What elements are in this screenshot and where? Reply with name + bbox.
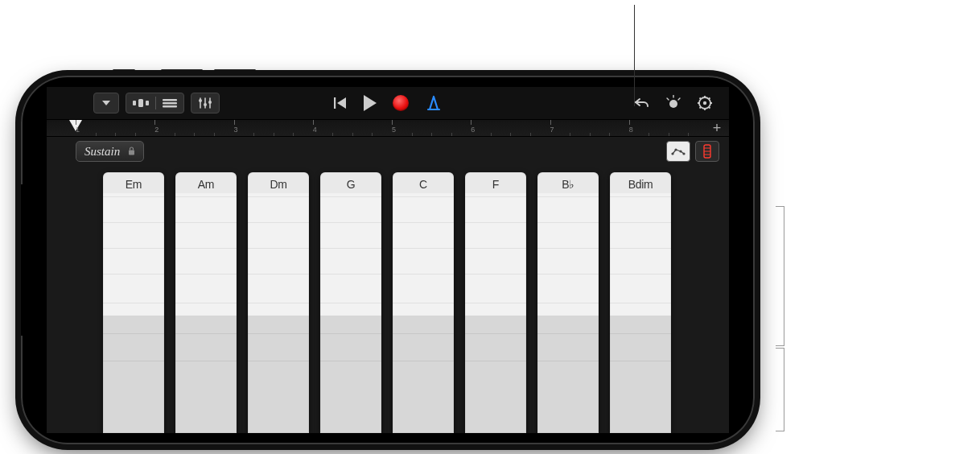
chord-strip[interactable]: Am xyxy=(175,172,237,433)
volume-down-button xyxy=(214,69,256,76)
svg-line-27 xyxy=(709,98,710,100)
svg-rect-12 xyxy=(334,97,336,109)
svg-rect-2 xyxy=(146,101,149,105)
my-songs-button[interactable] xyxy=(93,93,119,114)
svg-line-16 xyxy=(667,98,669,100)
browser-view-icon[interactable] xyxy=(126,93,155,113)
sliders-icon xyxy=(198,97,212,109)
track-controls-button[interactable] xyxy=(191,93,220,114)
svg-line-17 xyxy=(678,98,680,100)
metronome-button[interactable] xyxy=(425,95,443,111)
play-button[interactable] xyxy=(364,95,377,111)
chord-strip[interactable]: Dm xyxy=(248,172,309,433)
svg-line-25 xyxy=(709,107,710,109)
sustain-label: Sustain xyxy=(84,145,120,159)
bar-marker: 6 xyxy=(471,120,475,136)
go-to-beginning-button[interactable] xyxy=(333,96,348,110)
bar-marker: 1 xyxy=(76,120,80,136)
record-button[interactable] xyxy=(393,95,409,111)
svg-rect-28 xyxy=(129,150,134,155)
chord-label: C xyxy=(393,178,454,191)
timeline-ruler[interactable]: 12345678 + xyxy=(47,119,729,137)
callout-bracket-bass-notes xyxy=(784,348,784,431)
transport-controls xyxy=(333,95,443,111)
chord-strip[interactable]: G xyxy=(320,172,381,433)
mute-switch xyxy=(113,69,135,76)
sustain-button[interactable]: Sustain xyxy=(76,141,144,162)
view-toggle[interactable] xyxy=(126,93,184,114)
settings-button[interactable] xyxy=(697,95,713,111)
chord-strip[interactable]: F xyxy=(465,172,526,433)
chord-strip[interactable]: B♭ xyxy=(537,172,599,433)
chord-strip[interactable]: C xyxy=(393,172,454,433)
svg-rect-5 xyxy=(163,105,177,108)
chord-label: Dm xyxy=(248,178,309,191)
chord-strip[interactable]: Bdim xyxy=(610,172,671,433)
chord-label: Am xyxy=(175,178,237,191)
bar-marker: 7 xyxy=(550,120,554,136)
chord-label: B♭ xyxy=(537,178,599,191)
bar-marker: 3 xyxy=(234,120,238,136)
svg-rect-0 xyxy=(133,101,136,105)
bar-marker: 8 xyxy=(629,120,633,136)
svg-point-11 xyxy=(208,101,212,104)
fx-button[interactable] xyxy=(665,95,682,111)
app-screen: 12345678 + Sustain xyxy=(47,87,729,433)
iphone-frame: 12345678 + Sustain xyxy=(21,76,755,444)
chevron-down-icon xyxy=(101,97,112,109)
chord-label: G xyxy=(320,178,381,191)
toolbar xyxy=(47,87,729,119)
chord-label: F xyxy=(465,178,526,191)
chord-strips-area: EmAmDmGCFB♭Bdim xyxy=(47,166,729,433)
chord-label: Bdim xyxy=(610,178,671,191)
svg-point-10 xyxy=(204,103,207,106)
chord-strips-button[interactable] xyxy=(666,141,690,162)
notch xyxy=(21,184,47,336)
bar-marker: 2 xyxy=(154,120,159,136)
svg-point-9 xyxy=(199,99,202,102)
svg-rect-4 xyxy=(163,102,177,105)
bar-marker: 4 xyxy=(313,120,317,136)
bar-marker: 5 xyxy=(392,120,396,136)
chord-strip[interactable]: Em xyxy=(103,172,164,433)
callout-bracket-chord-strips xyxy=(784,206,784,346)
autoplay-button[interactable] xyxy=(695,141,719,162)
svg-line-26 xyxy=(700,107,702,109)
svg-rect-1 xyxy=(138,99,143,107)
callout-line xyxy=(634,5,635,106)
chord-label: Em xyxy=(103,178,164,191)
lock-icon xyxy=(128,147,135,157)
svg-rect-3 xyxy=(163,99,177,101)
svg-line-24 xyxy=(700,98,702,100)
instrument-controls: Sustain xyxy=(47,137,729,166)
add-section-button[interactable]: + xyxy=(710,122,724,136)
svg-point-19 xyxy=(703,101,706,105)
volume-up-button xyxy=(161,69,203,76)
tracks-view-icon[interactable] xyxy=(156,93,183,113)
undo-button[interactable] xyxy=(634,97,650,109)
